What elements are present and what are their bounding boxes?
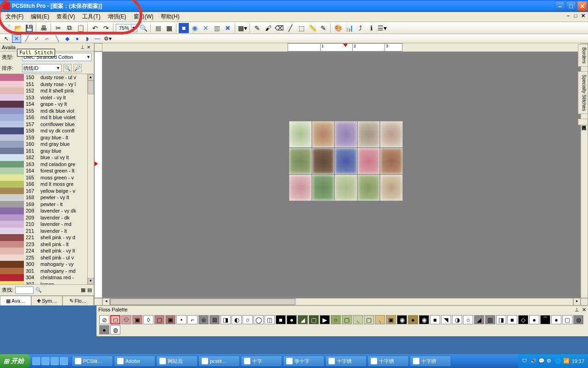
- thread-scrollbar[interactable]: ▴▾: [87, 74, 94, 284]
- color-swatch[interactable]: [0, 127, 24, 134]
- wand-icon[interactable]: ✎: [252, 23, 262, 33]
- color-swatch[interactable]: [0, 234, 24, 241]
- floss-symbol[interactable]: ◥: [441, 315, 451, 324]
- fill-icon[interactable]: ■: [179, 23, 189, 33]
- grid3-icon[interactable]: ▦▾: [237, 23, 248, 33]
- start-button[interactable]: ⊞ 开始: [0, 354, 30, 368]
- menu-view[interactable]: 查看(V): [53, 12, 79, 22]
- color-swatch[interactable]: [0, 207, 24, 214]
- thread-row[interactable]: 221shell pink - vy d: [24, 234, 94, 241]
- menu-file[interactable]: 文件(F): [2, 12, 27, 22]
- color-swatch[interactable]: [0, 108, 24, 115]
- taskbar-task[interactable]: 十字: [241, 356, 282, 367]
- taskbar-task[interactable]: Adobe: [114, 356, 155, 367]
- color-swatch[interactable]: [0, 154, 24, 161]
- floss-symbol[interactable]: ▣: [132, 315, 142, 324]
- taskbar-task[interactable]: 十字绣: [368, 356, 409, 367]
- floss-symbol[interactable]: ◢: [298, 315, 308, 324]
- layers-icon[interactable]: ☰▾: [377, 23, 387, 33]
- floss-close-icon[interactable]: ✕: [582, 307, 586, 313]
- list-view-icon[interactable]: ▦: [81, 287, 85, 293]
- tab-symbols[interactable]: ✚ Sym…: [31, 296, 62, 305]
- floss-symbol[interactable]: ◟: [353, 315, 363, 324]
- tab-browser[interactable]: 网浏览器: [578, 119, 588, 125]
- floss-symbol[interactable]: ●: [551, 315, 561, 324]
- floss-symbol[interactable]: ■: [276, 315, 286, 324]
- palette-icon[interactable]: 🎨: [333, 23, 343, 33]
- maximize-button[interactable]: □: [566, 1, 576, 11]
- copy-icon[interactable]: ⧉: [64, 23, 74, 33]
- thread-row[interactable]: 160md gray blue: [24, 141, 94, 148]
- tray-icon[interactable]: 📶: [563, 358, 570, 364]
- thread-row[interactable]: 167yellow beige - v: [24, 188, 94, 195]
- stitch8-icon[interactable]: —: [93, 34, 102, 43]
- thread-row[interactable]: 161gray blue: [24, 148, 94, 155]
- thread-row[interactable]: 159gray blue - lt: [24, 134, 94, 141]
- color-swatch[interactable]: [0, 188, 24, 195]
- tray-icon[interactable]: 🌐: [555, 358, 561, 364]
- save-icon[interactable]: 💾: [24, 23, 34, 33]
- thread-row[interactable]: 153violet - vy lt: [24, 94, 94, 101]
- floss-symbol[interactable]: •: [176, 315, 187, 324]
- thread-row[interactable]: 155md dk blue viol: [24, 108, 94, 115]
- floss-symbol[interactable]: ◟: [375, 315, 385, 324]
- color-swatch[interactable]: [0, 74, 24, 81]
- floss-symbol[interactable]: ◨: [220, 315, 231, 324]
- mdi-minimize[interactable]: –: [565, 13, 571, 19]
- pin-icon[interactable]: ⊥: [79, 45, 85, 50]
- color-swatch[interactable]: [0, 94, 24, 101]
- color-swatch[interactable]: [0, 274, 24, 281]
- ruler-vertical[interactable]: [94, 52, 102, 298]
- color-swatch[interactable]: [0, 148, 24, 155]
- ql-icon[interactable]: [51, 357, 59, 365]
- tray-icon[interactable]: 🔊: [530, 358, 537, 364]
- thread-row[interactable]: 208lavender - vy dk: [24, 207, 94, 214]
- stitch5-icon[interactable]: ◆: [62, 34, 72, 43]
- thread-row[interactable]: 304christmas red -: [24, 274, 94, 281]
- color-swatch[interactable]: [0, 221, 24, 228]
- color-swatch[interactable]: [0, 141, 24, 148]
- tool1-icon[interactable]: ◉: [190, 23, 200, 33]
- sort-asc-icon[interactable]: 🔍: [63, 64, 72, 72]
- chart-icon[interactable]: 📊: [344, 23, 354, 33]
- floss-symbol[interactable]: ▢: [309, 315, 319, 324]
- thread-row[interactable]: 223shell pink - lt: [24, 241, 94, 248]
- color-swatch[interactable]: [0, 281, 24, 285]
- color-swatch[interactable]: [0, 101, 24, 108]
- thread-row[interactable]: 300mahogany - vy: [24, 261, 94, 268]
- color-swatch[interactable]: [0, 181, 24, 188]
- stitch9-icon[interactable]: ⚙▾: [103, 34, 112, 43]
- color-swatch[interactable]: [0, 201, 24, 208]
- taskbar-task[interactable]: 十字绣: [410, 356, 451, 367]
- color-swatch[interactable]: [0, 161, 24, 168]
- floss-symbol[interactable]: ▢: [342, 315, 352, 324]
- floss-symbol[interactable]: ◇: [518, 315, 528, 324]
- print-icon[interactable]: 🖶: [39, 23, 49, 33]
- color-swatch[interactable]: [0, 214, 24, 221]
- floss-symbol[interactable]: ▣: [165, 315, 175, 324]
- floss-symbol[interactable]: ◯: [254, 315, 264, 324]
- brush-icon[interactable]: 🖌: [263, 23, 273, 33]
- line-icon[interactable]: ╱: [285, 23, 295, 33]
- thread-row[interactable]: 163md celadon gre: [24, 161, 94, 168]
- text-icon[interactable]: ✎: [318, 23, 328, 33]
- thread-row[interactable]: 151dusty rose - vy l: [24, 81, 94, 88]
- floss-symbol[interactable]: ○: [331, 315, 341, 324]
- select-icon[interactable]: ⬚: [296, 23, 306, 33]
- floss-symbol[interactable]: ▢: [364, 315, 374, 324]
- floss-symbol[interactable]: ◨: [496, 315, 506, 324]
- floss-symbol[interactable]: ◐: [232, 315, 242, 324]
- thread-row[interactable]: 154grape - vy lt: [24, 101, 94, 108]
- floss-symbol[interactable]: ⦵: [121, 315, 131, 324]
- thread-row[interactable]: 211lavender - lt: [24, 228, 94, 235]
- open-icon[interactable]: 📂: [13, 23, 23, 33]
- floss-symbol[interactable]: ⌒: [540, 315, 550, 324]
- menu-edit[interactable]: 编辑(E): [27, 12, 53, 22]
- paste-icon[interactable]: 📋: [75, 23, 85, 33]
- undo-icon[interactable]: ↶: [90, 23, 100, 33]
- taskbar-task[interactable]: pcstit…: [198, 356, 240, 367]
- floss-symbol[interactable]: ◍: [110, 325, 120, 334]
- floss-symbol[interactable]: ▢: [562, 315, 572, 324]
- taskbar-task[interactable]: 网站后: [156, 356, 198, 367]
- taskbar-task[interactable]: PCStit…: [72, 356, 113, 367]
